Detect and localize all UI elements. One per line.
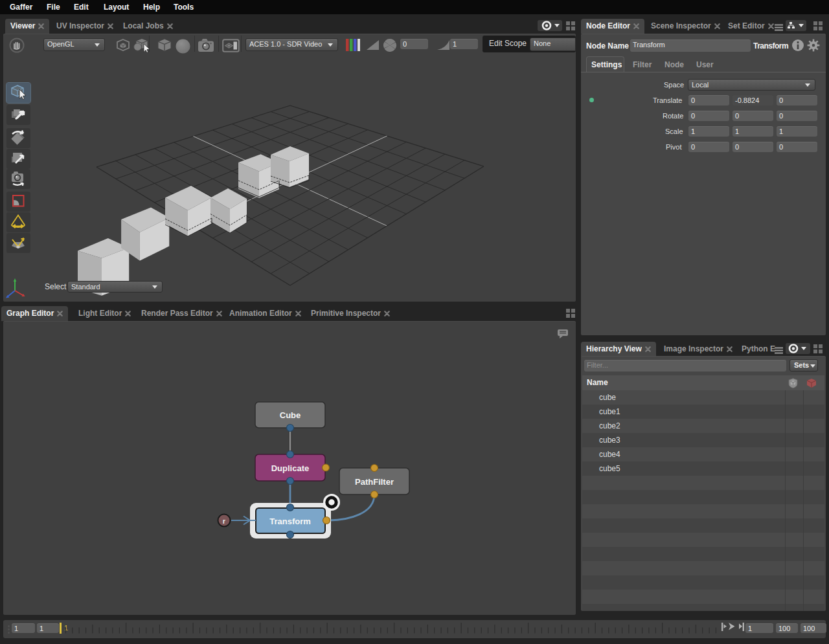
- svg-text:Transform: Transform: [269, 516, 311, 526]
- svg-text:Cube: Cube: [280, 410, 301, 420]
- svg-text:PathFilter: PathFilter: [355, 477, 394, 487]
- svg-text:r: r: [223, 517, 226, 525]
- svg-text:Duplicate: Duplicate: [271, 463, 310, 473]
